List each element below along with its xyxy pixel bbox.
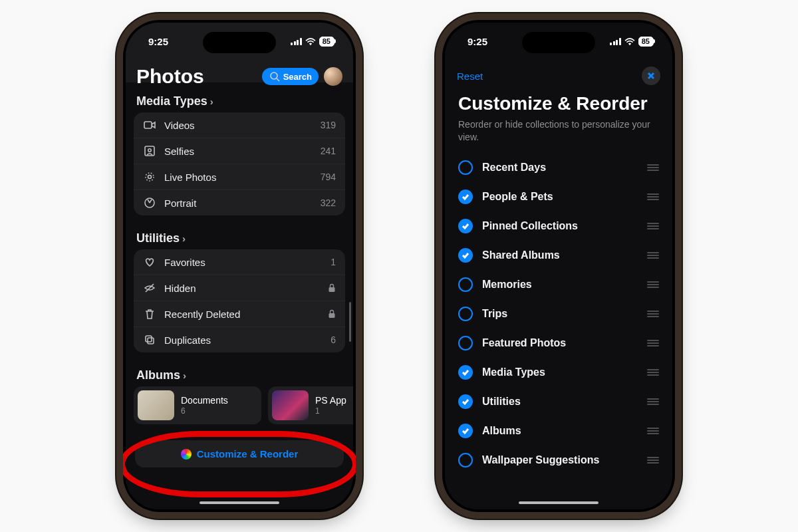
svg-point-5	[146, 173, 154, 181]
drag-handle-icon[interactable]	[647, 369, 659, 376]
dup-icon	[143, 334, 156, 346]
search-label: Search	[283, 72, 312, 82]
row-count: 319	[321, 120, 336, 130]
scrollbar[interactable]	[349, 302, 351, 342]
svg-rect-9	[146, 336, 152, 342]
row-label: Live Photos	[164, 172, 313, 183]
reorder-row[interactable]: Wallpaper Suggestions	[457, 446, 660, 475]
drag-handle-icon[interactable]	[647, 223, 659, 229]
reorder-label: Featured Photos	[482, 337, 638, 349]
row-label: Videos	[164, 120, 313, 131]
dynamic-island	[203, 32, 276, 53]
album-card-psapp[interactable]: PS App 1	[268, 386, 353, 424]
reorder-label: Wallpaper Suggestions	[482, 454, 638, 466]
svg-rect-10	[148, 338, 154, 344]
checkbox[interactable]	[458, 160, 473, 175]
reorder-row[interactable]: Recent Days	[457, 153, 660, 182]
album-card-documents[interactable]: Documents 6	[134, 386, 261, 424]
chevron-right-icon: ›	[183, 370, 186, 381]
reorder-row[interactable]: Pinned Collections	[457, 211, 660, 241]
chevron-right-icon: ›	[182, 233, 186, 244]
checkbox[interactable]	[458, 277, 473, 292]
row-count: 322	[321, 198, 336, 208]
row-selfies[interactable]: Selfies 241	[134, 138, 345, 164]
hidden-icon	[143, 282, 156, 294]
trash-icon	[143, 308, 156, 320]
status-time: 9:25	[148, 36, 168, 47]
reorder-row[interactable]: Shared Albums	[457, 241, 660, 270]
drag-handle-icon[interactable]	[647, 457, 659, 464]
reorder-row[interactable]: People & Pets	[457, 182, 660, 211]
reset-button[interactable]: Reset	[457, 70, 483, 82]
reorder-label: Albums	[482, 425, 638, 437]
checkbox[interactable]	[458, 307, 473, 321]
row-label: Hidden	[164, 283, 320, 294]
checkbox[interactable]	[458, 394, 473, 409]
reorder-row[interactable]: Media Types	[457, 358, 660, 387]
checkbox[interactable]	[458, 336, 473, 350]
section-heading-albums[interactable]: Albums ›	[126, 364, 353, 386]
reorder-row[interactable]: Featured Photos	[457, 329, 660, 358]
album-count: 6	[181, 406, 228, 416]
reorder-label: Recent Days	[482, 162, 638, 174]
checkbox[interactable]	[458, 219, 473, 233]
reorder-label: Media Types	[482, 366, 638, 378]
customize-reorder-button[interactable]: Customize & Reorder	[135, 440, 344, 467]
drag-handle-icon[interactable]	[647, 311, 659, 317]
reorder-row[interactable]: Albums	[457, 416, 660, 446]
color-wheel-icon	[181, 449, 192, 460]
section-heading-media-types[interactable]: Media Types ›	[126, 90, 353, 112]
drag-handle-icon[interactable]	[647, 194, 659, 200]
reorder-row[interactable]: Trips	[457, 299, 660, 329]
checkbox[interactable]	[458, 365, 473, 380]
selfie-icon	[143, 145, 156, 157]
heart-icon	[143, 256, 156, 268]
section-heading-utilities[interactable]: Utilities ›	[126, 227, 353, 249]
svg-point-0	[271, 72, 277, 79]
row-live-photos[interactable]: Live Photos 794	[134, 164, 345, 190]
drag-handle-icon[interactable]	[647, 164, 659, 171]
reorder-row[interactable]: Utilities	[457, 387, 660, 416]
drag-handle-icon[interactable]	[647, 340, 659, 346]
reorder-row[interactable]: Memories	[457, 270, 660, 299]
row-duplicates[interactable]: Duplicates 6	[134, 327, 345, 352]
row-portrait[interactable]: Portrait 322	[134, 190, 345, 215]
checkbox[interactable]	[458, 248, 473, 263]
utilities-list: Favorites 1 Hidden Recently Deleted	[134, 249, 345, 352]
wifi-icon	[305, 37, 316, 45]
battery-icon: 85	[638, 37, 654, 47]
row-videos[interactable]: Videos 319	[134, 112, 345, 138]
row-hidden[interactable]: Hidden	[134, 275, 345, 301]
row-count: 241	[321, 146, 336, 156]
section-heading-label: Utilities	[136, 231, 180, 245]
close-button[interactable]	[642, 66, 660, 85]
row-recently-deleted[interactable]: Recently Deleted	[134, 301, 345, 327]
drag-handle-icon[interactable]	[647, 428, 659, 434]
album-label: Documents	[181, 395, 228, 406]
album-label: PS App	[315, 395, 346, 406]
battery-icon: 85	[319, 37, 334, 47]
row-count: 794	[321, 172, 336, 182]
section-heading-label: Media Types	[136, 94, 207, 108]
row-favorites[interactable]: Favorites 1	[134, 249, 345, 275]
home-indicator[interactable]	[519, 501, 598, 504]
drag-handle-icon[interactable]	[647, 281, 659, 288]
home-indicator[interactable]	[200, 501, 279, 504]
reorder-label: Memories	[482, 279, 638, 291]
checkbox[interactable]	[458, 424, 473, 438]
close-icon	[647, 72, 655, 80]
svg-point-4	[148, 176, 152, 179]
album-strip[interactable]: Documents 6 PS App 1	[126, 386, 353, 424]
checkbox[interactable]	[458, 453, 473, 467]
row-label: Favorites	[164, 257, 323, 268]
row-label: Portrait	[164, 198, 313, 209]
checkbox[interactable]	[458, 190, 473, 204]
lock-icon	[328, 309, 336, 319]
drag-handle-icon[interactable]	[647, 398, 659, 405]
row-label: Duplicates	[164, 334, 323, 346]
album-thumb	[272, 390, 309, 420]
search-button[interactable]: Search	[262, 68, 319, 85]
page-description: Reorder or hide collections to personali…	[445, 118, 672, 153]
avatar[interactable]	[324, 67, 342, 86]
drag-handle-icon[interactable]	[647, 252, 659, 259]
